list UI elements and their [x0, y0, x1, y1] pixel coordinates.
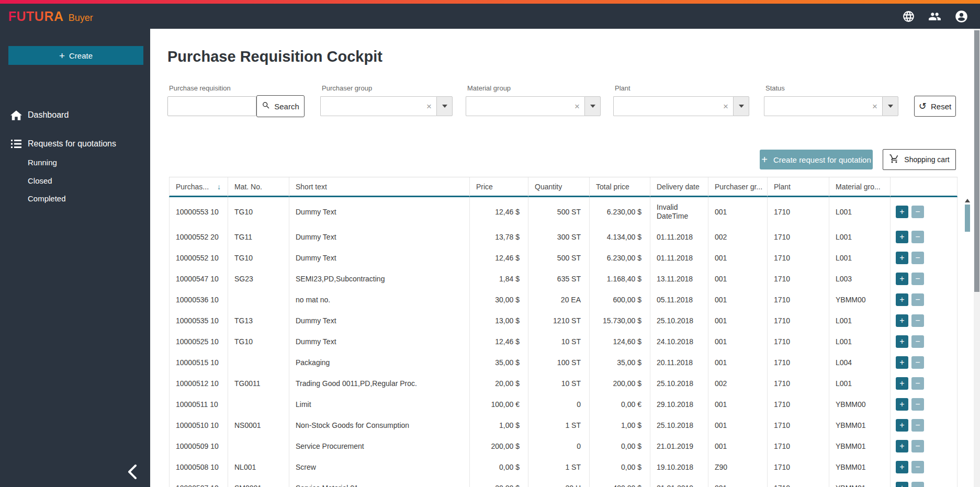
cell-material-group: L001 — [829, 331, 891, 352]
add-to-cart-button[interactable]: + — [896, 293, 908, 306]
clear-icon[interactable]: × — [575, 102, 580, 111]
add-to-cart-button[interactable]: + — [896, 252, 908, 264]
remove-from-cart-button[interactable]: − — [911, 231, 924, 243]
cell-short-text: Trading Good 0011,PD,Regular Proc. — [289, 373, 470, 394]
page-scrollbar-thumb[interactable] — [974, 30, 979, 292]
sidebar-collapse-button[interactable] — [125, 462, 140, 482]
remove-from-cart-button[interactable]: − — [911, 314, 924, 327]
list-icon — [10, 140, 22, 148]
sidebar-item-requests-for-quotations[interactable]: Requests for quotations — [0, 136, 150, 152]
sidebar-item-dashboard[interactable]: Dashboard — [0, 107, 150, 123]
remove-from-cart-button[interactable]: − — [911, 206, 924, 218]
material-group-combobox[interactable]: × — [466, 96, 601, 116]
page-scrollbar[interactable] — [974, 29, 980, 487]
column-header-purchaser-group[interactable]: Purchaser gr... — [708, 177, 768, 197]
column-header-purchase[interactable]: Purchas...↓ — [169, 177, 228, 197]
dropdown-arrow-button[interactable] — [584, 96, 601, 116]
column-header-quantity[interactable]: Quantity — [528, 177, 590, 197]
cart-icon — [889, 154, 899, 165]
add-to-cart-button[interactable]: + — [896, 482, 908, 487]
add-to-cart-button[interactable]: + — [896, 419, 908, 432]
cell-total-price: 600,00 $ — [590, 289, 650, 310]
cell-short-text: Screw — [289, 457, 470, 478]
add-to-cart-button[interactable]: + — [896, 461, 908, 473]
dropdown-arrow-button[interactable] — [733, 96, 749, 116]
filter-label-purchase-requisition: Purchase requisition — [169, 84, 231, 92]
add-to-cart-button[interactable]: + — [896, 206, 908, 218]
plant-combobox[interactable]: × — [613, 96, 749, 116]
create-rfq-button[interactable]: + Create request for quotation — [760, 150, 873, 169]
clear-icon[interactable]: × — [872, 102, 877, 111]
remove-from-cart-button[interactable]: − — [911, 252, 924, 264]
sidebar-item-completed[interactable]: Completed — [0, 190, 150, 206]
remove-from-cart-button[interactable]: − — [911, 398, 924, 411]
remove-from-cart-button[interactable]: − — [911, 356, 924, 369]
remove-from-cart-button[interactable]: − — [911, 461, 924, 473]
clear-icon[interactable]: × — [426, 102, 432, 111]
plant-input[interactable]: × — [613, 96, 733, 116]
add-to-cart-button[interactable]: + — [896, 335, 908, 348]
purchase-requisition-input[interactable] — [167, 96, 256, 116]
column-header-total-price[interactable]: Total price — [590, 177, 650, 197]
column-header-delivery-date[interactable]: Delivery date — [650, 177, 708, 197]
search-button[interactable]: Search — [256, 95, 305, 117]
globe-icon[interactable] — [902, 10, 915, 23]
account-icon[interactable] — [954, 9, 968, 24]
dropdown-arrow-button[interactable] — [882, 96, 898, 116]
dropdown-arrow-button[interactable] — [436, 96, 453, 116]
column-header-short-text[interactable]: Short text — [289, 177, 470, 197]
cell-material-group: YBMM01 — [829, 478, 891, 487]
group-icon[interactable] — [928, 10, 942, 23]
table-row: 10000547 10SG23SEMI23,PD,Subcontracting1… — [169, 268, 958, 289]
add-to-cart-button[interactable]: + — [896, 440, 908, 452]
remove-from-cart-button[interactable]: − — [911, 293, 924, 306]
cell-purchaser-group: 001 — [708, 268, 768, 289]
status-input[interactable]: × — [764, 96, 882, 116]
add-to-cart-button[interactable]: + — [896, 231, 908, 243]
cell-quantity: 1 ST — [528, 457, 590, 478]
cell-actions: +− — [891, 415, 958, 436]
plus-icon: + — [761, 154, 768, 165]
cell-mat-no: TG13 — [228, 310, 289, 331]
cell-purchase: 10000553 10 — [169, 197, 228, 226]
add-to-cart-button[interactable]: + — [896, 314, 908, 327]
status-combobox[interactable]: × — [764, 96, 898, 116]
remove-from-cart-button[interactable]: − — [911, 440, 924, 452]
create-button[interactable]: + Create — [8, 46, 143, 65]
purchaser-group-combobox[interactable]: × — [320, 96, 453, 116]
reset-button[interactable]: ↺ Reset — [914, 96, 956, 117]
material-group-input[interactable]: × — [466, 96, 584, 116]
remove-from-cart-button[interactable]: − — [911, 482, 924, 487]
shopping-cart-button[interactable]: Shopping cart — [883, 149, 956, 170]
add-to-cart-button[interactable]: + — [896, 273, 908, 285]
add-to-cart-button[interactable]: + — [896, 398, 908, 411]
remove-from-cart-button[interactable]: − — [911, 419, 924, 432]
cell-price: 13,00 $ — [470, 310, 528, 331]
remove-from-cart-button[interactable]: − — [911, 273, 924, 285]
sidebar-item-running[interactable]: Running — [0, 154, 150, 170]
remove-from-cart-button[interactable]: − — [911, 335, 924, 348]
cell-mat-no: TG10 — [228, 247, 289, 268]
cell-mat-no: SG23 — [228, 268, 289, 289]
purchaser-group-input[interactable]: × — [320, 96, 436, 116]
column-header-label: Short text — [296, 183, 327, 191]
table-scrollbar-thumb[interactable] — [965, 205, 970, 232]
create-button-label: Create — [69, 51, 93, 60]
cell-delivery-date: Invalid DateTime — [650, 197, 708, 226]
add-to-cart-button[interactable]: + — [896, 356, 908, 369]
column-header-material-group[interactable]: Material gro... — [829, 177, 891, 197]
scroll-up-icon[interactable] — [965, 199, 970, 202]
sidebar-item-closed[interactable]: Closed — [0, 173, 150, 188]
cell-material-group: L001 — [829, 310, 891, 331]
clear-icon[interactable]: × — [723, 102, 728, 111]
column-header-price[interactable]: Price — [470, 177, 528, 197]
cell-actions: +− — [891, 247, 958, 268]
column-header-plant[interactable]: Plant — [768, 177, 829, 197]
column-header-mat-no[interactable]: Mat. No. — [228, 177, 289, 197]
cell-delivery-date: 01.11.2018 — [650, 226, 708, 247]
table-scrollbar[interactable] — [964, 197, 971, 487]
add-to-cart-button[interactable]: + — [896, 377, 908, 390]
cell-material-group: L004 — [829, 352, 891, 373]
remove-from-cart-button[interactable]: − — [911, 377, 924, 390]
chevron-down-icon — [590, 105, 595, 108]
